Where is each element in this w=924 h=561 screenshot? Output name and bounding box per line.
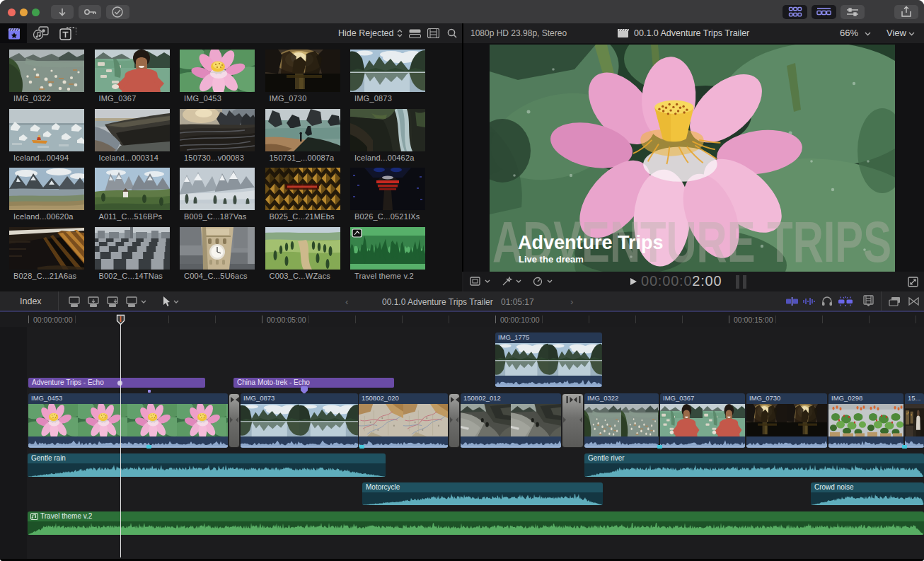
svg-text:Adventure Trips: Adventure Trips — [518, 232, 664, 253]
svg-text:Live the dream: Live the dream — [519, 254, 584, 265]
